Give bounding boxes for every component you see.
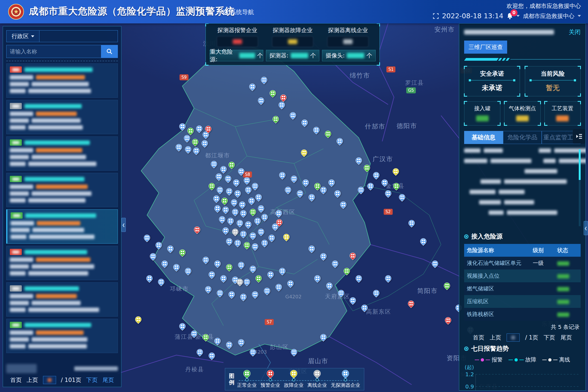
pagination-last[interactable]: 尾页 (102, 376, 114, 384)
company-card[interactable] (6, 136, 118, 171)
chart-legend-item[interactable]: 报警 (475, 356, 503, 363)
table-row[interactable]: 燃气储罐区 (464, 282, 581, 295)
legend-item-故障企业: 故障企业 (284, 370, 304, 388)
field-value-redacted (36, 330, 84, 335)
pagination-next[interactable]: 下页 (544, 334, 555, 341)
map-place-label: 广汉市 (373, 155, 393, 163)
table-row[interactable]: 铁路栈桥区 (464, 308, 581, 321)
company-card[interactable] (6, 209, 118, 244)
stat-group: 探测器离线企业 (327, 26, 369, 47)
caret-down-icon (31, 35, 34, 37)
fullscreen-icon[interactable] (433, 13, 439, 19)
table-row[interactable]: 液化石油气储罐区单元一级 (464, 257, 581, 270)
pagination-last[interactable]: 尾页 (561, 334, 572, 341)
stat-label: 探测器故障企业 (272, 26, 313, 34)
company-name-redacted (24, 250, 87, 254)
sidebar-collapse-handle[interactable]: ❮ (121, 218, 126, 232)
status-tag-redacted (10, 249, 22, 255)
company-card[interactable] (6, 173, 118, 207)
region-filter-dropdown[interactable]: 行政区 (6, 30, 39, 42)
panel-toggle-button[interactable] (573, 129, 585, 144)
counter-label: 摄像头: (326, 52, 345, 59)
metric-card-label: 气体检测点 (506, 105, 538, 112)
map-place-label: 什邡市 (365, 122, 385, 130)
record-count-redacted (74, 366, 118, 371)
legend-dot (514, 358, 518, 362)
status-tag-redacted (10, 322, 22, 328)
table-row[interactable]: 视频接入点位 (464, 270, 581, 282)
tab-危险化学品[interactable]: 危险化学品 (503, 131, 542, 144)
pagination-page-input[interactable] (43, 376, 56, 384)
status-value-redacted (557, 287, 569, 291)
legend-title-bottom: 例 (229, 379, 234, 385)
status-tag-redacted (10, 139, 22, 146)
status-tag-redacted (10, 176, 22, 182)
page-size-select-redacted[interactable] (6, 364, 37, 373)
search-button[interactable] (101, 45, 118, 58)
tag-text-blur (12, 105, 19, 108)
company-card[interactable] (6, 246, 118, 280)
company-contact-row (10, 82, 114, 86)
field-value-redacted (32, 264, 94, 269)
tag-text-blur (12, 68, 19, 71)
panel-collapse-handle[interactable]: ❮ (584, 221, 588, 235)
pagination-first[interactable]: 首页 (473, 334, 484, 341)
legend-node-icon (269, 378, 272, 381)
field-label-redacted (10, 191, 29, 196)
stat-label: 探测器报警企业 (217, 26, 258, 34)
status-tag-redacted (11, 212, 23, 219)
field-value-redacted (32, 155, 86, 159)
decor-line (469, 80, 515, 81)
pagination-first[interactable]: 首页 (10, 376, 22, 384)
panel-scrollbar[interactable] (579, 149, 581, 226)
close-panel-link[interactable]: 关闭 (569, 28, 581, 36)
metric-card: 接入罐 (464, 101, 500, 125)
notification-bell-icon[interactable]: 0 (507, 13, 513, 20)
hazard-name-cell: 铁路栈桥区 (464, 308, 530, 321)
legend-pin-icon (289, 369, 299, 379)
company-card[interactable] (6, 63, 118, 98)
map-place-label: 彭山区 (270, 343, 289, 351)
field-value-redacted (32, 82, 89, 86)
legend-label: 无探测器企业 (331, 382, 360, 388)
field-value-redacted (28, 125, 83, 130)
table-cell (555, 270, 581, 282)
user-org-dropdown[interactable]: 成都市应急救援中心 (523, 12, 574, 20)
company-card[interactable] (6, 100, 118, 134)
field-label-redacted (10, 301, 29, 305)
field-value-redacted (36, 258, 90, 262)
section-bullet-icon (464, 347, 468, 351)
company-card[interactable] (6, 319, 118, 353)
tag-text-blur (12, 141, 19, 144)
chart-legend-item[interactable]: 离线 (542, 356, 570, 363)
enterprise-detail-panel: 关闭 三维厂区巡查 安全承诺未承诺当前风险暂无 接入罐气体检测点工艺装置 基础信… (459, 23, 586, 391)
region-filter-value-field[interactable] (39, 30, 118, 42)
datetime-display: 2022-08-18 13:14 (442, 12, 503, 20)
metric-value-redacted (476, 115, 489, 121)
pagination-prev[interactable]: 上页 (490, 334, 501, 341)
map-place-label: 天府新区 (325, 293, 350, 300)
plant-3d-tour-button[interactable]: 三维厂区巡查 (464, 41, 507, 54)
table-row[interactable]: 压缩机区 (464, 295, 581, 308)
company-card[interactable] (6, 282, 118, 317)
company-type-row (10, 75, 114, 79)
field-label-redacted (10, 337, 29, 342)
pagination-next[interactable]: 下页 (86, 376, 97, 384)
counter-box: 摄像头:个 (322, 50, 376, 61)
search-input[interactable] (6, 45, 101, 58)
map-place-label: 邛崃市 (170, 285, 189, 293)
field-label-redacted (10, 271, 26, 275)
tab-基础信息[interactable]: 基础信息 (464, 131, 503, 144)
legend-item-正常企业: 正常企业 (237, 370, 257, 388)
detail-pagination: 首页 上页 / 1页 下页 尾页 (464, 333, 581, 342)
app-header: ★ 成都市重大危险源（危险化学品）监测预警系统 系统导航 欢迎您，成都市应急救援… (0, 0, 588, 23)
chart-legend-item[interactable]: 故障 (509, 356, 536, 363)
hazard-name-cell: 燃气储罐区 (464, 282, 530, 295)
road-label: S7 (265, 319, 274, 325)
stat-value-blur (288, 39, 297, 44)
field-value-redacted (28, 344, 87, 348)
status-card: 当前风险暂无 (525, 66, 581, 96)
pagination-prev[interactable]: 上页 (27, 376, 38, 384)
pagination-page-input[interactable] (507, 333, 520, 342)
system-nav-menu[interactable]: 系统导航 (223, 8, 254, 16)
